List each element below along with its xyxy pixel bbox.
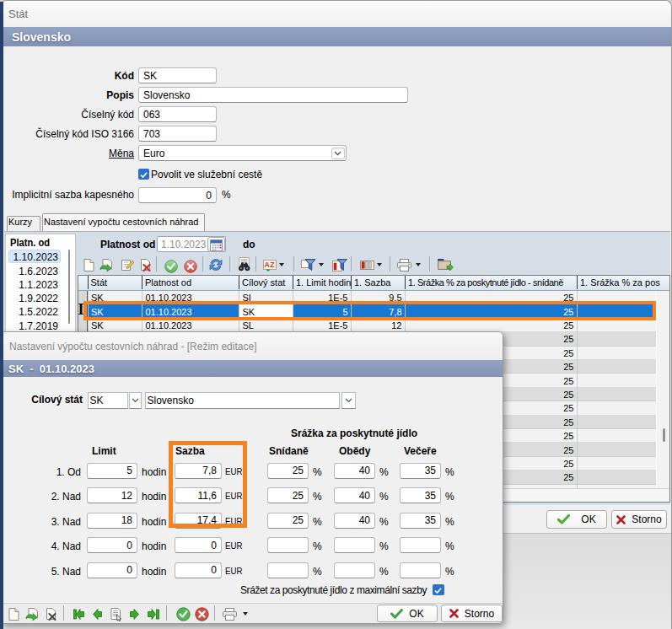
svg-text:Z: Z: [270, 261, 274, 269]
